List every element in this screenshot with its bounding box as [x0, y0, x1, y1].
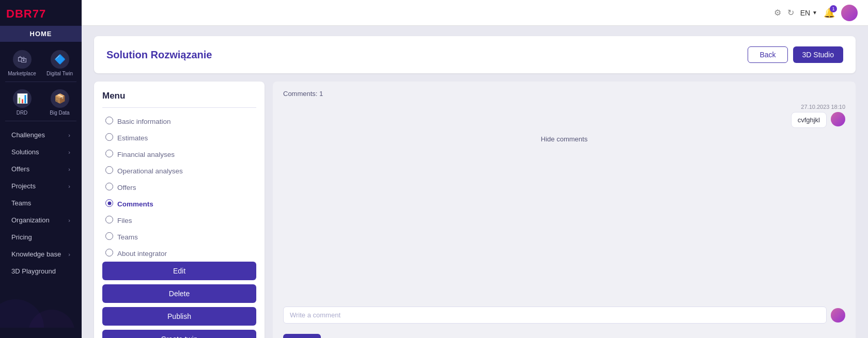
menu-item-label: Offers — [117, 184, 136, 191]
menu-item-label: Files — [117, 217, 132, 224]
header-buttons: Back 3D Studio — [748, 46, 843, 63]
menu-item-comments[interactable]: Comments — [102, 196, 256, 212]
sidebar-item-digital-twin[interactable]: 🔷 Digital Twin — [44, 50, 75, 76]
menu-item-operational-analyses[interactable]: Operational analyses — [102, 163, 256, 179]
menu-item-teams[interactable]: Teams — [102, 229, 256, 245]
language-label: EN — [800, 9, 810, 17]
menu-item-label: Comments — [117, 200, 153, 208]
comments-count: Comments: 1 — [283, 90, 845, 98]
menu-item-label: Basic information — [117, 118, 171, 125]
menu-item-financial-analyses[interactable]: Financial analyses — [102, 146, 256, 163]
menu-icon — [105, 166, 113, 175]
comment-timestamp: 27.10.2023 18:10 — [283, 104, 845, 110]
sidebar-nav: Challenges›Solutions›Offers›Projects›Tea… — [0, 126, 82, 286]
menu-item-files[interactable]: Files — [102, 212, 256, 229]
page-title: Solution Rozwiązanie — [106, 49, 212, 61]
comment-input[interactable] — [283, 307, 827, 324]
sidebar-item-marketplace[interactable]: 🛍 Marketplace — [7, 50, 38, 76]
chevron-icon: › — [68, 217, 70, 223]
sidebar-nav-item-solutions[interactable]: Solutions› — [2, 143, 80, 160]
menu-icon — [105, 183, 113, 192]
sidebar-icons-row2: 📊 DRD 📦 Big Data — [0, 85, 82, 118]
chevron-icon: › — [68, 132, 70, 138]
publish-button[interactable]: Publish — [102, 307, 256, 326]
menu-item-about-integrator[interactable]: About integrator — [102, 245, 256, 262]
sidebar-nav-item-knowledge-base[interactable]: Knowledge base› — [2, 246, 80, 263]
menu-icon — [105, 216, 113, 225]
chevron-icon: › — [68, 166, 70, 172]
user-avatar[interactable] — [841, 5, 858, 21]
marketplace-label: Marketplace — [8, 71, 36, 76]
notification-badge: 1 — [830, 5, 837, 12]
lower-content: Menu Basic informationEstimatesFinancial… — [94, 82, 856, 338]
3d-studio-button[interactable]: 3D Studio — [793, 46, 843, 63]
language-selector[interactable]: EN ▼ — [800, 9, 817, 17]
sidebar-nav-label: Organization — [11, 216, 50, 224]
send-button-container: Send — [283, 334, 845, 338]
sidebar-nav-item-organization[interactable]: Organization› — [2, 212, 80, 229]
menu-item-basic-information[interactable]: Basic information — [102, 113, 256, 130]
comments-panel: Comments: 1 27.10.2023 18:10 cvfghjkl Hi… — [273, 82, 856, 338]
sidebar-item-drd[interactable]: 📊 DRD — [7, 89, 38, 116]
sidebar-item-big-data[interactable]: 📦 Big Data — [44, 89, 75, 116]
digital-twin-icon: 🔷 — [51, 50, 69, 69]
main-content: ⚙ ↻ EN ▼ 🔔 1 Solution Rozwiązanie Back 3… — [82, 0, 868, 338]
chevron-icon: › — [68, 251, 70, 257]
settings-icon[interactable]: ⚙ — [774, 8, 781, 18]
comment-text: cvfghjkl — [798, 116, 820, 124]
page-header: Solution Rozwiązanie Back 3D Studio — [94, 36, 856, 73]
edit-button[interactable]: Edit — [102, 262, 256, 280]
sidebar-icons-row1: 🛍 Marketplace 🔷 Digital Twin — [0, 46, 82, 78]
logo-text: DBR77 — [6, 7, 46, 21]
menu-item-label: Operational analyses — [117, 167, 183, 175]
menu-panel: Menu Basic informationEstimatesFinancial… — [94, 82, 265, 338]
menu-items-list: Basic informationEstimatesFinancial anal… — [102, 113, 256, 262]
chevron-icon: › — [68, 183, 70, 189]
create-twin-button[interactable]: Create twin — [102, 330, 256, 338]
sidebar-nav-item-offers[interactable]: Offers› — [2, 160, 80, 178]
sidebar-nav-item-3d-playground[interactable]: 3D Playground — [2, 263, 80, 280]
drd-label: DRD — [17, 110, 28, 116]
sidebar-nav-label: 3D Playground — [11, 267, 56, 275]
back-button[interactable]: Back — [748, 46, 787, 63]
comment-bubble: cvfghjkl — [791, 112, 827, 128]
big-data-icon: 📦 — [51, 89, 69, 108]
menu-item-label: Estimates — [117, 134, 148, 142]
sidebar-nav-label: Challenges — [11, 131, 45, 139]
delete-button[interactable]: Delete — [102, 284, 256, 303]
menu-item-label: Teams — [117, 233, 138, 241]
sidebar-nav-item-projects[interactable]: Projects› — [2, 178, 80, 195]
menu-icon-active — [105, 199, 113, 208]
sidebar-nav-item-pricing[interactable]: Pricing — [2, 229, 80, 246]
home-button[interactable]: HOME — [0, 26, 82, 42]
menu-item-offers[interactable]: Offers — [102, 179, 256, 196]
input-avatar — [831, 308, 845, 323]
chevron-icon: › — [68, 149, 70, 155]
content-area: Solution Rozwiązanie Back 3D Studio Menu… — [82, 26, 868, 338]
sidebar-nav-item-teams[interactable]: Teams — [2, 195, 80, 212]
send-button[interactable]: Send — [283, 334, 321, 338]
menu-icon — [105, 232, 113, 242]
menu-icon — [105, 133, 113, 142]
refresh-icon[interactable]: ↻ — [787, 8, 794, 18]
comment-row: cvfghjkl — [283, 112, 845, 128]
menu-icon — [105, 150, 113, 159]
notifications-button[interactable]: 🔔 1 — [824, 7, 835, 19]
menu-icon — [105, 117, 113, 126]
hide-comments-button[interactable]: Hide comments — [541, 135, 587, 143]
hide-comments-container: Hide comments — [283, 134, 845, 143]
menu-item-estimates[interactable]: Estimates — [102, 130, 256, 146]
marketplace-icon: 🛍 — [13, 50, 32, 69]
sidebar-nav-label: Teams — [11, 199, 31, 207]
sidebar-decoration — [0, 286, 82, 328]
sidebar-nav-item-challenges[interactable]: Challenges› — [2, 126, 80, 143]
logo: DBR77 — [0, 0, 82, 26]
comment-input-row — [283, 307, 845, 324]
sidebar-nav-label: Knowledge base — [11, 250, 61, 258]
comments-area: 27.10.2023 18:10 cvfghjkl Hide comments — [283, 104, 845, 296]
sidebar-divider-1 — [5, 82, 76, 82]
commenter-avatar — [831, 112, 845, 126]
drd-icon: 📊 — [13, 89, 32, 108]
sidebar-nav-label: Solutions — [11, 148, 39, 156]
sidebar-nav-label: Offers — [11, 165, 29, 173]
